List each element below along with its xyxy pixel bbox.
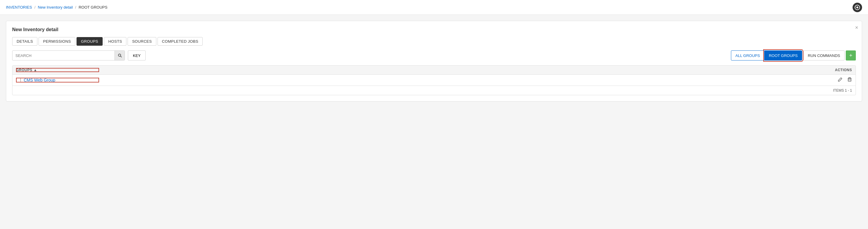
search-input[interactable] [12,54,115,58]
group-name-link[interactable]: CMS Web Group [24,78,55,83]
card-title: New Inventory detail [12,27,856,32]
breadcrumb-separator-1: / [34,5,36,9]
run-commands-button[interactable]: RUN COMMANDS [803,51,844,61]
table-header: GROUPS ▲ ACTIONS [12,66,856,75]
toolbar: KEY ALL GROUPS ROOT GROUPS RUN COMMANDS … [12,51,856,61]
key-button[interactable]: KEY [128,51,146,61]
groups-table: GROUPS ▲ ACTIONS CMS Web Group [12,65,856,95]
actions-col-label: ACTIONS [835,68,852,72]
row-actions [838,77,852,83]
app-logo[interactable] [852,3,862,12]
tabs-container: DETAILS PERMISSIONS GROUPS HOSTS SOURCES… [12,37,856,46]
main-content: × New Inventory detail DETAILS PERMISSIO… [0,15,868,107]
all-groups-button[interactable]: ALL GROUPS [731,51,765,61]
delete-icon[interactable] [847,77,852,83]
svg-rect-3 [848,78,851,81]
svg-point-1 [118,54,121,56]
svg-line-2 [120,56,122,57]
groups-column-header: GROUPS ▲ [16,68,99,72]
tab-sources[interactable]: SOURCES [128,37,156,46]
tab-details[interactable]: DETAILS [12,37,37,46]
inventory-detail-card: × New Inventory detail DETAILS PERMISSIO… [6,21,862,101]
groups-sort-icon[interactable]: ▲ [33,68,37,72]
spacer-column-header [99,68,835,72]
root-groups-button[interactable]: ROOT GROUPS [765,51,802,61]
table-row: CMS Web Group [12,75,856,86]
tab-groups[interactable]: GROUPS [76,37,103,46]
top-bar: INVENTORIES / New Inventory detail / ROO… [0,0,868,15]
tab-hosts[interactable]: HOSTS [104,37,126,46]
close-button[interactable]: × [855,25,858,31]
actions-column-header: ACTIONS [835,68,852,72]
edit-icon[interactable] [838,77,842,83]
right-toolbar: ALL GROUPS ROOT GROUPS RUN COMMANDS + [731,51,856,61]
breadcrumb-inventories[interactable]: INVENTORIES [6,5,32,9]
table-footer: ITEMS 1 - 1 [12,86,856,95]
items-count: ITEMS 1 - 1 [833,88,852,93]
breadcrumb-current: ROOT GROUPS [79,5,107,9]
breadcrumb: INVENTORIES / New Inventory detail / ROO… [6,5,107,9]
tab-completed-jobs[interactable]: COMPLETED JOBS [157,37,203,46]
group-filter-container: ALL GROUPS ROOT GROUPS [731,51,802,61]
breadcrumb-detail[interactable]: New Inventory detail [38,5,73,9]
search-container [12,51,125,61]
row-left: CMS Web Group [16,78,99,83]
row-checkbox[interactable] [16,78,21,83]
add-button[interactable]: + [846,51,856,61]
breadcrumb-separator-2: / [75,5,76,9]
groups-col-label: GROUPS [16,68,32,72]
tab-permissions[interactable]: PERMISSIONS [38,37,75,46]
search-button[interactable] [115,51,125,60]
